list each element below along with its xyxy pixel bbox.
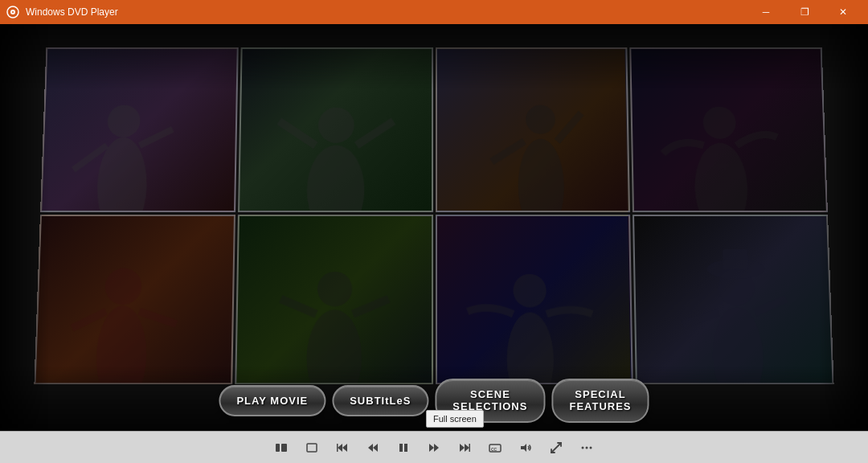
titlebar-controls: ─ ❐ ✕ — [747, 0, 862, 24]
svg-marker-39 — [373, 444, 378, 452]
svg-rect-41 — [399, 444, 403, 452]
svg-point-22 — [317, 272, 352, 306]
rewind-button[interactable] — [360, 436, 386, 459]
skip-back-icon — [336, 441, 349, 454]
titlebar: Windows DVD Player ─ ❐ ✕ — [0, 0, 868, 24]
svg-point-7 — [306, 145, 365, 211]
subtitles-button[interactable]: SUBTItLeS — [332, 385, 428, 416]
svg-line-51 — [551, 443, 561, 453]
volume-button[interactable] — [513, 436, 538, 459]
svg-marker-37 — [338, 444, 342, 452]
svg-point-15 — [694, 143, 748, 211]
fullscreen-icon — [550, 441, 563, 454]
skip-forward-button[interactable] — [452, 436, 477, 459]
skip-forward-icon — [458, 441, 471, 454]
dvd-menu-grid — [34, 47, 833, 384]
app-icon — [6, 6, 19, 18]
svg-rect-30 — [723, 249, 749, 270]
svg-line-31 — [683, 313, 719, 325]
aspect-ratio-button[interactable] — [299, 436, 325, 459]
svg-rect-33 — [276, 444, 280, 452]
svg-line-32 — [755, 299, 787, 313]
titlebar-title: Windows DVD Player — [26, 6, 118, 18]
grid-cell-5 — [34, 215, 235, 384]
grid-cell-2 — [238, 47, 433, 212]
svg-marker-44 — [434, 444, 439, 452]
toggle-panels-button[interactable] — [268, 436, 294, 459]
scene-selections-button[interactable]: SCENE SELECTIONS — [435, 379, 545, 423]
dvd-menu: PLAY MOVIE SUBTItLeS SCENE SELECTIONS SP… — [0, 24, 868, 431]
svg-line-10 — [356, 121, 393, 145]
grid-cell-6 — [235, 215, 433, 384]
grid-cell-4 — [630, 47, 828, 212]
svg-point-4 — [107, 105, 141, 137]
svg-rect-38 — [337, 444, 338, 452]
volume-icon — [519, 441, 532, 454]
svg-marker-36 — [342, 444, 347, 452]
svg-rect-42 — [404, 444, 407, 452]
play-movie-button[interactable]: PLAY MOVIE — [219, 385, 326, 416]
svg-point-52 — [582, 446, 584, 449]
svg-line-19 — [72, 311, 106, 328]
svg-point-27 — [712, 307, 765, 383]
svg-line-9 — [279, 121, 316, 145]
captions-button[interactable]: CC — [482, 436, 508, 459]
svg-marker-45 — [460, 444, 465, 452]
fullscreen-button[interactable] — [543, 436, 569, 459]
grid-cell-8 — [633, 215, 833, 384]
svg-line-24 — [353, 299, 389, 314]
captions-icon: CC — [489, 441, 502, 454]
restore-button[interactable]: ❐ — [786, 0, 823, 24]
svg-line-13 — [491, 141, 524, 162]
svg-line-14 — [556, 113, 581, 141]
svg-rect-35 — [307, 444, 317, 452]
svg-point-21 — [306, 309, 362, 383]
svg-point-12 — [526, 105, 555, 134]
fast-forward-button[interactable] — [421, 436, 447, 459]
grid-cell-3 — [435, 47, 630, 212]
more-button[interactable] — [574, 436, 600, 459]
close-button[interactable]: ✕ — [825, 0, 862, 24]
pause-icon — [397, 441, 410, 454]
svg-point-8 — [318, 108, 354, 143]
minimize-button[interactable]: ─ — [747, 0, 784, 24]
svg-line-20 — [139, 311, 177, 324]
controls-bar: Full screen — [0, 431, 868, 463]
pause-button[interactable] — [391, 436, 416, 459]
svg-text:CC: CC — [491, 446, 497, 451]
svg-point-54 — [590, 446, 592, 449]
fast-forward-icon — [428, 441, 440, 454]
special-features-button[interactable]: SPECIAL FEATURES — [551, 379, 649, 423]
svg-point-18 — [104, 268, 142, 305]
svg-marker-50 — [521, 444, 526, 452]
panels-icon — [275, 441, 288, 454]
svg-rect-47 — [469, 444, 471, 452]
svg-marker-40 — [368, 444, 373, 452]
svg-marker-43 — [429, 444, 434, 452]
svg-line-23 — [280, 299, 317, 314]
dvd-nav-buttons: PLAY MOVIE SUBTItLeS SCENE SELECTIONS SP… — [219, 379, 649, 423]
grid-cell-7 — [436, 215, 634, 384]
svg-line-6 — [140, 129, 173, 145]
skip-back-button[interactable] — [330, 436, 355, 459]
aspect-ratio-icon — [305, 441, 318, 454]
dvd-player-main: PLAY MOVIE SUBTItLeS SCENE SELECTIONS SP… — [0, 24, 868, 431]
svg-marker-46 — [465, 444, 469, 452]
svg-point-11 — [518, 139, 564, 211]
svg-point-16 — [703, 107, 737, 139]
more-icon — [580, 441, 593, 454]
svg-point-26 — [513, 274, 547, 307]
grid-cell-1 — [40, 47, 238, 212]
rewind-icon — [366, 441, 379, 454]
svg-rect-34 — [281, 444, 287, 452]
titlebar-left: Windows DVD Player — [6, 6, 118, 18]
svg-point-53 — [586, 446, 588, 449]
svg-point-2 — [12, 11, 14, 13]
svg-point-25 — [506, 313, 554, 383]
